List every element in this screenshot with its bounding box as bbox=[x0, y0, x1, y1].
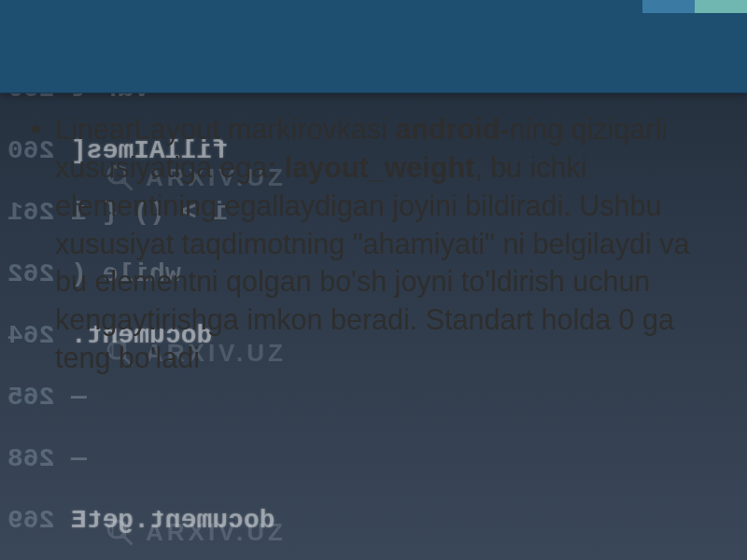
bullet-item: LinearLayout markirovkasi android-ning q… bbox=[32, 110, 719, 377]
code-line: document.getE269 bbox=[0, 506, 747, 535]
accent-tab bbox=[642, 0, 695, 13]
bullet-text: LinearLayout markirovkasi android-ning q… bbox=[55, 110, 719, 377]
slide-body: LinearLayout markirovkasi android-ning q… bbox=[32, 110, 719, 377]
accent-tabs bbox=[607, 0, 747, 13]
accent-tab bbox=[607, 0, 642, 13]
bullet-dot-icon bbox=[32, 125, 40, 133]
code-line: — 268 bbox=[0, 444, 747, 473]
accent-tab bbox=[695, 0, 747, 13]
title-bar bbox=[0, 0, 747, 93]
code-line: — 265 bbox=[0, 383, 747, 412]
